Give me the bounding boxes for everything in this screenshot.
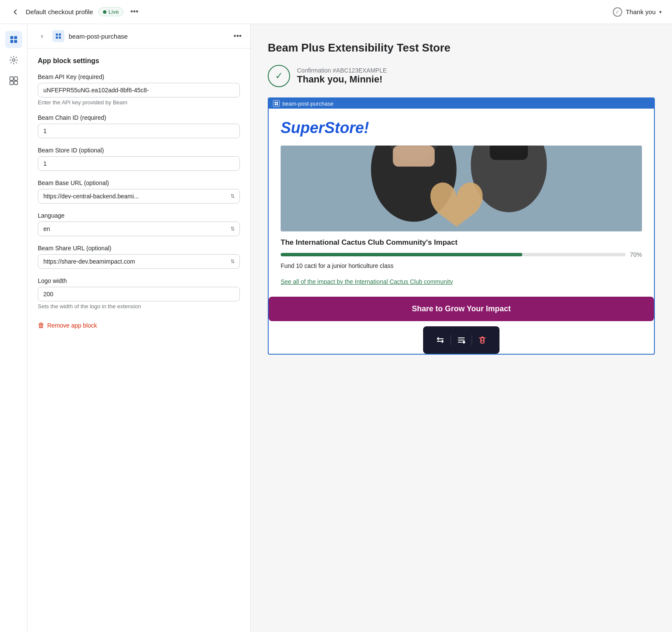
topbar-right[interactable]: ✓ Thank you ▾ bbox=[613, 7, 662, 17]
base-url-select[interactable]: https://dev-central-backend.beami... bbox=[38, 189, 240, 204]
app-block-label-text: beam-post-purchase bbox=[282, 100, 333, 107]
svg-rect-9 bbox=[56, 33, 58, 36]
chain-id-input[interactable] bbox=[38, 124, 240, 138]
toolbar-swap-button[interactable] bbox=[432, 331, 449, 349]
share-url-select[interactable]: https://share-dev.beamimpact.com bbox=[38, 254, 240, 269]
app-block-label-bar: beam-post-purchase bbox=[269, 98, 654, 109]
topbar-left: Default checkout profile Live ••• bbox=[10, 7, 140, 17]
confirmation-row: ✓ Confirmation #ABC123EXAMPLE Thank you,… bbox=[268, 65, 655, 87]
progress-bar-background bbox=[281, 253, 626, 256]
nav-settings-icon[interactable] bbox=[5, 52, 22, 69]
check-icon: ✓ bbox=[275, 70, 283, 82]
chain-id-field: Beam Chain ID (required) bbox=[38, 114, 240, 138]
remove-app-block-button[interactable]: 🗑 Remove app block bbox=[38, 318, 97, 333]
language-wrapper: en ⇅ bbox=[38, 222, 240, 236]
panel-content: App block settings Beam API Key (require… bbox=[27, 49, 250, 632]
api-key-hint: Enter the API key provided by Beam bbox=[38, 99, 240, 106]
svg-rect-22 bbox=[393, 146, 434, 167]
svg-rect-0 bbox=[10, 36, 13, 39]
progress-percentage: 70% bbox=[630, 251, 642, 258]
live-dot bbox=[103, 10, 106, 14]
widget-bottom: Share to Grow Your Impact bbox=[269, 297, 654, 321]
api-key-field: Beam API Key (required) Enter the API ke… bbox=[38, 73, 240, 106]
base-url-wrapper: https://dev-central-backend.beami... ⇅ bbox=[38, 189, 240, 204]
live-label: Live bbox=[109, 9, 119, 15]
language-select[interactable]: en bbox=[38, 222, 240, 236]
logo-width-input[interactable] bbox=[38, 287, 240, 301]
check-circle-icon: ✓ bbox=[613, 7, 622, 17]
app-block-resize-icon bbox=[273, 100, 280, 107]
store-id-input[interactable] bbox=[38, 156, 240, 171]
widget-content: SuperStore! bbox=[269, 109, 654, 286]
base-url-field: Beam Base URL (optional) https://dev-cen… bbox=[38, 179, 240, 204]
topbar: Default checkout profile Live ••• ✓ Than… bbox=[0, 0, 672, 24]
panel-back-button[interactable]: ‹ bbox=[36, 30, 48, 42]
svg-rect-14 bbox=[277, 102, 278, 103]
svg-rect-10 bbox=[59, 33, 61, 36]
live-badge: Live bbox=[98, 7, 124, 16]
back-icon[interactable] bbox=[10, 7, 21, 17]
logo-width-hint: Sets the width of the logo in the extens… bbox=[38, 303, 240, 310]
trash-icon: 🗑 bbox=[38, 322, 45, 329]
store-title: Beam Plus Extensibility Test Store bbox=[268, 41, 655, 55]
svg-rect-5 bbox=[10, 77, 13, 80]
svg-rect-16 bbox=[277, 104, 278, 106]
widget-impact-link[interactable]: See all of the impact by the Internation… bbox=[281, 277, 642, 286]
main-layout: ‹ beam-post-purchase ••• App block setti… bbox=[0, 24, 672, 632]
toolbar-list-button[interactable] bbox=[453, 331, 470, 349]
chevron-down-icon: ▾ bbox=[659, 9, 662, 15]
svg-rect-15 bbox=[275, 104, 276, 106]
svg-rect-8 bbox=[14, 81, 18, 85]
toolbar-delete-button[interactable] bbox=[474, 331, 491, 349]
topbar-right-label: Thank you bbox=[626, 8, 656, 15]
thank-you-message: Thank you, Minnie! bbox=[297, 74, 387, 85]
progress-row: 70% bbox=[281, 251, 642, 258]
widget-toolbar bbox=[423, 326, 499, 354]
logo-width-field: Logo width Sets the width of the logo in… bbox=[38, 277, 240, 310]
share-button[interactable]: Share to Grow Your Impact bbox=[269, 297, 654, 321]
progress-bar-fill bbox=[281, 253, 522, 256]
panel-title: beam-post-purchase bbox=[69, 33, 229, 40]
section-title: App block settings bbox=[38, 57, 240, 65]
left-nav bbox=[0, 24, 27, 632]
share-url-wrapper: https://share-dev.beamimpact.com ⇅ bbox=[38, 254, 240, 269]
base-url-label: Beam Base URL (optional) bbox=[38, 179, 240, 186]
settings-panel: ‹ beam-post-purchase ••• App block setti… bbox=[27, 24, 251, 632]
confirmation-check-circle: ✓ bbox=[268, 65, 290, 87]
confirmation-number: Confirmation #ABC123EXAMPLE bbox=[297, 67, 387, 74]
svg-rect-3 bbox=[14, 40, 17, 43]
preview-panel: Beam Plus Extensibility Test Store ✓ Con… bbox=[251, 24, 672, 632]
api-key-input[interactable] bbox=[38, 83, 240, 97]
widget-brand: SuperStore! bbox=[281, 119, 642, 137]
confirmation-text: Confirmation #ABC123EXAMPLE Thank you, M… bbox=[297, 67, 387, 85]
panel-block-icon bbox=[52, 30, 64, 42]
widget-image-placeholder bbox=[281, 146, 642, 231]
profile-title: Default checkout profile bbox=[26, 8, 93, 15]
nav-apps-icon[interactable] bbox=[5, 72, 22, 89]
nav-layout-icon[interactable] bbox=[5, 31, 22, 48]
language-field: Language en ⇅ bbox=[38, 212, 240, 236]
logo-width-label: Logo width bbox=[38, 277, 240, 284]
svg-rect-13 bbox=[275, 102, 276, 103]
widget-image bbox=[281, 146, 642, 231]
panel-header: ‹ beam-post-purchase ••• bbox=[27, 24, 250, 49]
toolbar-divider-1 bbox=[451, 335, 451, 345]
toolbar-divider-2 bbox=[472, 335, 472, 345]
remove-label: Remove app block bbox=[47, 322, 97, 329]
app-block-widget: beam-post-purchase SuperStore! bbox=[268, 97, 655, 355]
panel-more-button[interactable]: ••• bbox=[233, 32, 242, 41]
svg-rect-2 bbox=[10, 40, 13, 43]
widget-description: Fund 10 cacti for a junior horticulture … bbox=[281, 261, 642, 270]
api-key-label: Beam API Key (required) bbox=[38, 73, 240, 80]
svg-point-25 bbox=[463, 341, 465, 343]
store-id-label: Beam Store ID (optional) bbox=[38, 147, 240, 154]
svg-rect-1 bbox=[14, 36, 17, 39]
share-url-label: Beam Share URL (optional) bbox=[38, 245, 240, 252]
widget-impact-title: The International Cactus Club Community'… bbox=[281, 238, 642, 247]
svg-rect-12 bbox=[59, 36, 61, 39]
svg-rect-11 bbox=[56, 36, 58, 39]
svg-rect-6 bbox=[14, 77, 18, 80]
topbar-more-button[interactable]: ••• bbox=[129, 7, 140, 16]
store-id-field: Beam Store ID (optional) bbox=[38, 147, 240, 171]
svg-point-4 bbox=[12, 59, 15, 61]
